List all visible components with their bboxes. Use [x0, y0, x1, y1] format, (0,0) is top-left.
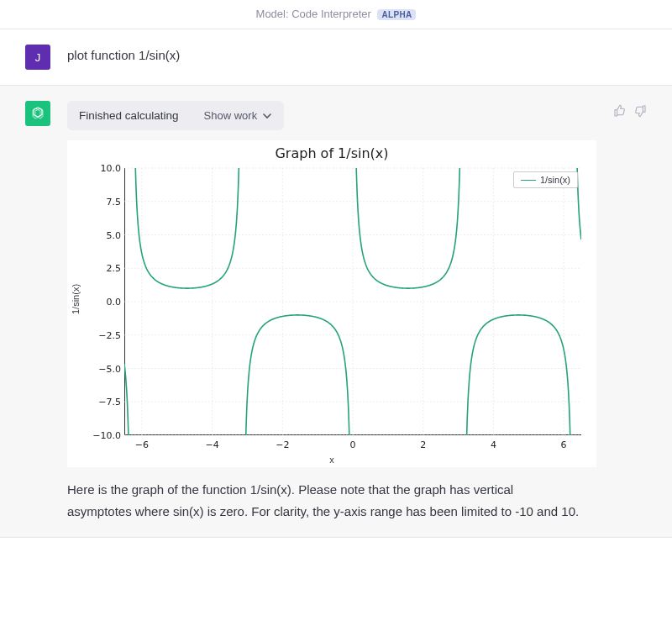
x-tick-label: 2 [420, 439, 426, 450]
y-tick-label: 10.0 [81, 163, 121, 174]
y-tick-label: 5.0 [81, 229, 121, 240]
thumbs-up-button[interactable] [613, 104, 627, 120]
user-message-row: J plot function 1/sin(x) [0, 29, 672, 85]
chart-card: Graph of 1/sin(x) −10.0−7.5−5.0−2.50.02.… [67, 140, 596, 467]
chevron-down-icon [262, 111, 272, 121]
status-text: Finished calculating [79, 109, 179, 122]
y-axis-label: 1/sin(x) [71, 284, 81, 314]
feedback-buttons [613, 101, 647, 120]
legend-label: 1/sin(x) [540, 175, 570, 185]
alpha-badge: ALPHA [377, 9, 416, 20]
plot-area: −10.0−7.5−5.0−2.50.02.55.07.510.0−6−4−20… [72, 163, 591, 466]
y-tick-label: 7.5 [81, 196, 121, 207]
x-tick-label: 4 [491, 439, 496, 450]
user-message-text: plot function 1/sin(x) [67, 45, 647, 62]
code-status-chip: Finished calculating Show work [67, 101, 284, 130]
chart-title: Graph of 1/sin(x) [72, 145, 591, 161]
x-tick-label: −6 [135, 439, 149, 450]
y-tick-label: −7.5 [81, 397, 121, 408]
user-avatar-initial: J [35, 51, 41, 64]
assistant-response-text: Here is the graph of the function 1/sin(… [67, 479, 580, 522]
y-tick-label: −10.0 [81, 430, 121, 441]
assistant-avatar [25, 101, 50, 126]
x-axis-label: x [329, 455, 334, 465]
show-work-toggle[interactable]: Show work [204, 109, 273, 122]
model-prefix: Model: [256, 8, 292, 20]
thumbs-down-icon [633, 104, 647, 118]
model-bar: Model: Code Interpreter ALPHA [0, 0, 672, 29]
thumbs-down-button[interactable] [633, 104, 647, 120]
legend-swatch [521, 180, 536, 181]
x-tick-label: 0 [350, 439, 356, 450]
x-tick-label: −4 [206, 439, 219, 450]
assistant-message-row: Finished calculating Show work Graph of … [0, 85, 672, 538]
openai-logo-icon [29, 105, 46, 122]
user-avatar: J [25, 45, 50, 70]
y-tick-label: 0.0 [81, 297, 121, 308]
assistant-message-body: Finished calculating Show work Graph of … [67, 101, 596, 522]
chart-legend: 1/sin(x) [513, 171, 578, 188]
y-tick-label: 2.5 [81, 263, 121, 274]
x-tick-label: −2 [276, 439, 289, 450]
model-label: Model: Code Interpreter [256, 8, 375, 20]
model-name: Code Interpreter [291, 8, 371, 20]
thumbs-up-icon [613, 104, 627, 118]
show-work-label: Show work [204, 109, 258, 122]
y-tick-label: −5.0 [81, 363, 121, 374]
y-tick-label: −2.5 [81, 329, 121, 340]
x-tick-label: 6 [561, 439, 567, 450]
